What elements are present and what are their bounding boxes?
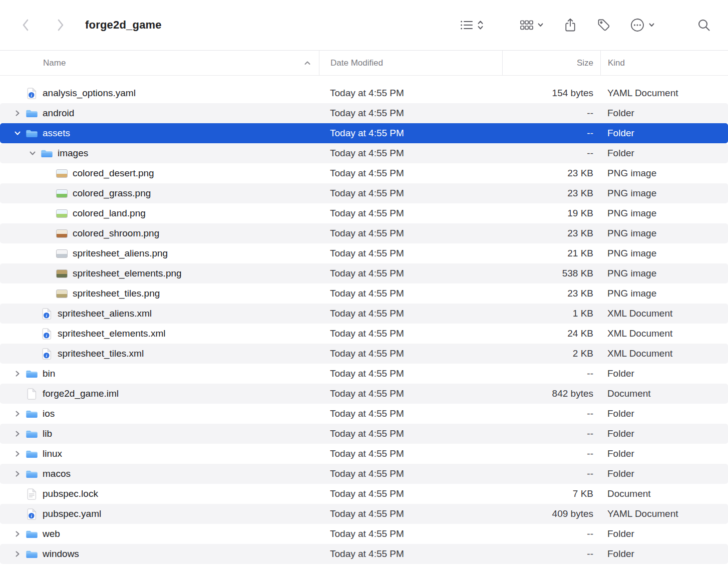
file-row[interactable]: assetsToday at 4:55 PM--Folder [0,123,728,143]
file-row[interactable]: pubspec.lockToday at 4:55 PM7 KBDocument [0,484,728,504]
file-size: 23 KB [502,288,600,299]
file-row[interactable]: colored_desert.pngToday at 4:55 PM23 KBP… [0,163,728,183]
file-kind: Folder [600,428,728,439]
file-row[interactable]: forge2d_game.imlToday at 4:55 PM842 byte… [0,384,728,404]
finder-window: forge2d_game [0,0,728,573]
disclosure-toggle[interactable] [10,411,25,417]
file-kind: Folder [600,468,728,479]
file-name-cell: spritesheet_aliens.png [0,243,319,263]
file-name: assets [43,128,70,139]
file-row[interactable]: imagesToday at 4:55 PM--Folder [0,143,728,163]
more-actions-control[interactable] [630,18,655,33]
file-size: -- [502,468,600,479]
image-icon [55,169,68,178]
file-row[interactable]: libToday at 4:55 PM--Folder [0,424,728,444]
disclosure-chevron-icon [15,551,21,557]
file-row[interactable]: androidToday at 4:55 PM--Folder [0,103,728,123]
file-name-cell: ianalysis_options.yaml [0,83,319,103]
date-modified: Today at 4:55 PM [319,268,502,279]
xml-icon: i [40,308,53,320]
file-row[interactable]: ianalysis_options.yamlToday at 4:55 PM15… [0,83,728,103]
disclosure-toggle[interactable] [10,471,25,477]
tag-button[interactable] [597,18,611,32]
file-row[interactable]: colored_land.pngToday at 4:55 PM19 KBPNG… [0,203,728,223]
forward-button[interactable] [52,17,69,34]
file-row[interactable]: spritesheet_aliens.pngToday at 4:55 PM21… [0,243,728,263]
disclosure-toggle[interactable] [10,531,25,537]
group-by-control[interactable] [520,19,544,31]
column-header-date[interactable]: Date Modified [319,51,502,75]
search-button[interactable] [697,18,711,32]
date-modified: Today at 4:55 PM [319,448,502,459]
disclosure-toggle[interactable] [25,150,40,156]
file-kind: Document [600,488,728,499]
file-name-cell: colored_grass.png [0,183,319,203]
file-row[interactable]: ispritesheet_aliens.xmlToday at 4:55 PM1… [0,304,728,324]
file-row[interactable]: ipubspec.yamlToday at 4:55 PM409 bytesYA… [0,504,728,524]
file-row[interactable]: iosToday at 4:55 PM--Folder [0,404,728,424]
file-row[interactable]: linuxToday at 4:55 PM--Folder [0,444,728,464]
disclosure-toggle[interactable] [10,551,25,557]
file-name: windows [43,548,79,559]
file-row[interactable]: windowsToday at 4:55 PM--Folder [0,544,728,564]
folder-icon [25,549,38,559]
file-name-cell: images [0,143,319,163]
file-name-cell: ipubspec.yaml [0,504,319,524]
file-size: 842 bytes [502,388,600,399]
column-header-size[interactable]: Size [502,51,600,75]
toolbar: forge2d_game [0,0,728,51]
file-row[interactable]: ispritesheet_tiles.xmlToday at 4:55 PM2 … [0,344,728,364]
disclosure-toggle[interactable] [10,130,25,136]
folder-icon [25,429,38,439]
file-size: 23 KB [502,228,600,239]
xml-icon: i [40,348,53,360]
file-size: 23 KB [502,168,600,179]
column-header-name[interactable]: Name [0,51,319,75]
file-name: pubspec.yaml [43,508,101,519]
file-kind: Folder [600,548,728,559]
doc-icon [25,388,38,400]
disclosure-toggle[interactable] [10,431,25,437]
chevron-down-icon [648,23,655,28]
file-size: 21 KB [502,248,600,259]
list-view-icon [460,19,474,31]
folder-icon [25,469,38,479]
file-name: macos [43,468,71,479]
file-row[interactable]: spritesheet_tiles.pngToday at 4:55 PM23 … [0,283,728,304]
date-modified: Today at 4:55 PM [319,348,502,359]
file-row[interactable]: binToday at 4:55 PM--Folder [0,364,728,384]
file-size: 23 KB [502,188,600,199]
back-button[interactable] [17,17,34,34]
date-modified: Today at 4:55 PM [319,308,502,319]
file-kind: Folder [600,408,728,419]
file-size: 1 KB [502,308,600,319]
file-size: -- [502,368,600,379]
file-size: 409 bytes [502,508,600,519]
file-kind: Folder [600,528,728,539]
disclosure-toggle[interactable] [10,110,25,116]
file-name-cell: ios [0,404,319,424]
folder-icon [25,129,38,138]
file-name: lib [43,428,52,439]
file-row[interactable]: spritesheet_elements.pngToday at 4:55 PM… [0,263,728,283]
file-row[interactable]: colored_shroom.pngToday at 4:55 PM23 KBP… [0,223,728,243]
date-modified: Today at 4:55 PM [319,228,502,239]
file-name: pubspec.lock [43,488,98,499]
file-name: android [43,108,74,119]
view-mode-control[interactable] [460,19,484,31]
file-row[interactable]: macosToday at 4:55 PM--Folder [0,464,728,484]
file-row[interactable]: webToday at 4:55 PM--Folder [0,524,728,544]
window-title: forge2d_game [85,19,162,32]
file-name-cell: forge2d_game.iml [0,384,319,404]
disclosure-toggle[interactable] [10,451,25,457]
share-button[interactable] [564,18,577,33]
file-row[interactable]: ispritesheet_elements.xmlToday at 4:55 P… [0,324,728,344]
disclosure-toggle[interactable] [10,371,25,377]
folder-icon [25,409,38,419]
back-icon [20,18,31,33]
file-name-cell: bin [0,364,319,384]
file-name: colored_land.png [73,208,146,219]
file-row[interactable]: colored_grass.pngToday at 4:55 PM23 KBPN… [0,183,728,203]
column-header-kind[interactable]: Kind [600,51,728,75]
file-name-cell: colored_desert.png [0,163,319,183]
